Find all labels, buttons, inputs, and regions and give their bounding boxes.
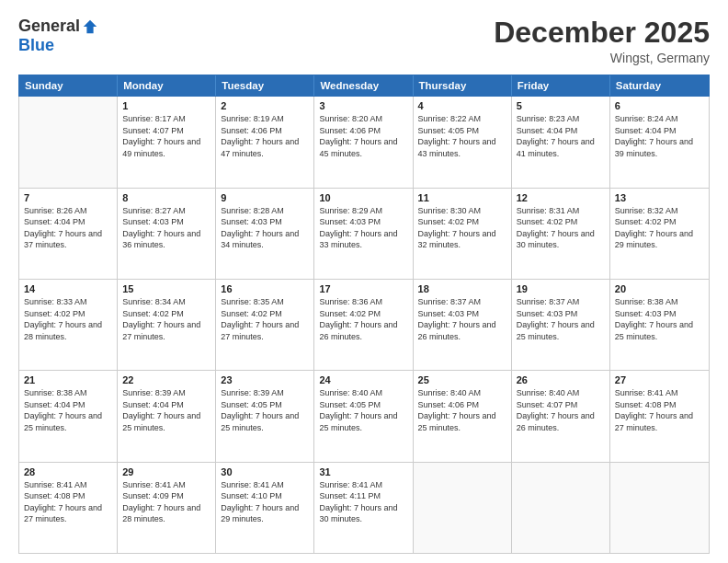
calendar-cell: 6Sunrise: 8:24 AM Sunset: 4:04 PM Daylig… [610, 97, 709, 187]
calendar-cell: 7Sunrise: 8:26 AM Sunset: 4:04 PM Daylig… [19, 189, 118, 279]
cell-info: Sunrise: 8:41 AM Sunset: 4:08 PM Dayligh… [24, 479, 112, 525]
day-number: 29 [122, 466, 210, 477]
cell-info: Sunrise: 8:41 AM Sunset: 4:11 PM Dayligh… [319, 479, 407, 525]
calendar-body: 1Sunrise: 8:17 AM Sunset: 4:07 PM Daylig… [18, 97, 710, 554]
calendar-week-5: 28Sunrise: 8:41 AM Sunset: 4:08 PM Dayli… [19, 463, 709, 553]
calendar-cell: 29Sunrise: 8:41 AM Sunset: 4:09 PM Dayli… [118, 463, 216, 553]
svg-marker-0 [84, 19, 97, 32]
calendar-cell: 10Sunrise: 8:29 AM Sunset: 4:03 PM Dayli… [314, 189, 413, 279]
logo-icon [82, 18, 98, 35]
day-number: 24 [319, 374, 407, 385]
calendar-cell: 8Sunrise: 8:27 AM Sunset: 4:03 PM Daylig… [118, 189, 216, 279]
cell-info: Sunrise: 8:37 AM Sunset: 4:03 PM Dayligh… [517, 296, 605, 342]
cell-info: Sunrise: 8:22 AM Sunset: 4:05 PM Dayligh… [418, 113, 506, 159]
day-number: 23 [221, 374, 309, 385]
cell-info: Sunrise: 8:23 AM Sunset: 4:04 PM Dayligh… [517, 113, 605, 159]
day-number: 14 [24, 283, 112, 294]
calendar-cell: 5Sunrise: 8:23 AM Sunset: 4:04 PM Daylig… [512, 97, 610, 187]
calendar-week-3: 14Sunrise: 8:33 AM Sunset: 4:02 PM Dayli… [19, 280, 709, 371]
cell-info: Sunrise: 8:30 AM Sunset: 4:02 PM Dayligh… [418, 205, 506, 251]
calendar-cell: 28Sunrise: 8:41 AM Sunset: 4:08 PM Dayli… [19, 463, 118, 553]
calendar-cell: 3Sunrise: 8:20 AM Sunset: 4:06 PM Daylig… [314, 97, 413, 187]
calendar-cell: 18Sunrise: 8:37 AM Sunset: 4:03 PM Dayli… [414, 280, 512, 370]
day-number: 9 [221, 192, 309, 203]
day-number: 13 [615, 192, 704, 203]
day-number: 16 [221, 283, 309, 294]
cell-info: Sunrise: 8:39 AM Sunset: 4:04 PM Dayligh… [122, 387, 210, 433]
calendar-cell: 23Sunrise: 8:39 AM Sunset: 4:05 PM Dayli… [216, 371, 314, 461]
calendar-cell: 2Sunrise: 8:19 AM Sunset: 4:06 PM Daylig… [216, 97, 314, 187]
day-number: 21 [24, 374, 112, 385]
cell-info: Sunrise: 8:40 AM Sunset: 4:05 PM Dayligh… [319, 387, 407, 433]
cell-info: Sunrise: 8:27 AM Sunset: 4:03 PM Dayligh… [122, 205, 210, 251]
day-number: 11 [418, 192, 506, 203]
calendar-cell: 15Sunrise: 8:34 AM Sunset: 4:02 PM Dayli… [118, 280, 216, 370]
day-number: 27 [615, 374, 704, 385]
day-number: 10 [319, 192, 407, 203]
day-number: 6 [615, 100, 704, 111]
cell-info: Sunrise: 8:34 AM Sunset: 4:02 PM Dayligh… [122, 296, 210, 342]
day-number: 2 [221, 100, 309, 111]
day-number: 19 [517, 283, 605, 294]
cell-info: Sunrise: 8:39 AM Sunset: 4:05 PM Dayligh… [221, 387, 309, 433]
title-area: December 2025 Wingst, Germany [494, 17, 710, 65]
day-number: 1 [122, 100, 210, 111]
calendar-cell [19, 97, 118, 187]
calendar-cell [414, 463, 512, 553]
day-number: 8 [122, 192, 210, 203]
cell-info: Sunrise: 8:20 AM Sunset: 4:06 PM Dayligh… [319, 113, 407, 159]
cell-info: Sunrise: 8:38 AM Sunset: 4:03 PM Dayligh… [615, 296, 704, 342]
day-number: 17 [319, 283, 407, 294]
calendar-cell: 26Sunrise: 8:40 AM Sunset: 4:07 PM Dayli… [512, 371, 610, 461]
cell-info: Sunrise: 8:40 AM Sunset: 4:06 PM Dayligh… [418, 387, 506, 433]
logo: General Blue [18, 17, 98, 55]
cell-info: Sunrise: 8:17 AM Sunset: 4:07 PM Dayligh… [122, 113, 210, 159]
cell-info: Sunrise: 8:32 AM Sunset: 4:02 PM Dayligh… [615, 205, 704, 251]
day-number: 20 [615, 283, 704, 294]
calendar-week-1: 1Sunrise: 8:17 AM Sunset: 4:07 PM Daylig… [19, 97, 709, 188]
cell-info: Sunrise: 8:33 AM Sunset: 4:02 PM Dayligh… [24, 296, 112, 342]
calendar-cell: 31Sunrise: 8:41 AM Sunset: 4:11 PM Dayli… [314, 463, 413, 553]
page: General Blue December 2025 Wingst, Germa… [0, 0, 728, 563]
day-header-wednesday: Wednesday [314, 75, 413, 96]
location-title: Wingst, Germany [494, 51, 710, 65]
cell-info: Sunrise: 8:37 AM Sunset: 4:03 PM Dayligh… [418, 296, 506, 342]
day-header-saturday: Saturday [610, 75, 709, 96]
calendar-cell: 14Sunrise: 8:33 AM Sunset: 4:02 PM Dayli… [19, 280, 118, 370]
cell-info: Sunrise: 8:38 AM Sunset: 4:04 PM Dayligh… [24, 387, 112, 433]
day-number: 18 [418, 283, 506, 294]
calendar-week-4: 21Sunrise: 8:38 AM Sunset: 4:04 PM Dayli… [19, 371, 709, 462]
cell-info: Sunrise: 8:40 AM Sunset: 4:07 PM Dayligh… [517, 387, 605, 433]
calendar-cell [610, 463, 709, 553]
calendar-cell: 27Sunrise: 8:41 AM Sunset: 4:08 PM Dayli… [610, 371, 709, 461]
calendar-cell: 21Sunrise: 8:38 AM Sunset: 4:04 PM Dayli… [19, 371, 118, 461]
day-number: 26 [517, 374, 605, 385]
logo-general: General [18, 17, 80, 36]
day-number: 31 [319, 466, 407, 477]
calendar-cell: 1Sunrise: 8:17 AM Sunset: 4:07 PM Daylig… [118, 97, 216, 187]
day-number: 28 [24, 466, 112, 477]
calendar-week-2: 7Sunrise: 8:26 AM Sunset: 4:04 PM Daylig… [19, 189, 709, 280]
cell-info: Sunrise: 8:41 AM Sunset: 4:10 PM Dayligh… [221, 479, 309, 525]
day-number: 4 [418, 100, 506, 111]
cell-info: Sunrise: 8:35 AM Sunset: 4:02 PM Dayligh… [221, 296, 309, 342]
day-number: 7 [24, 192, 112, 203]
calendar-cell: 13Sunrise: 8:32 AM Sunset: 4:02 PM Dayli… [610, 189, 709, 279]
day-number: 22 [122, 374, 210, 385]
day-header-tuesday: Tuesday [216, 75, 314, 96]
calendar-cell: 12Sunrise: 8:31 AM Sunset: 4:02 PM Dayli… [512, 189, 610, 279]
calendar: SundayMondayTuesdayWednesdayThursdayFrid… [18, 75, 710, 554]
calendar-cell: 22Sunrise: 8:39 AM Sunset: 4:04 PM Dayli… [118, 371, 216, 461]
day-number: 15 [122, 283, 210, 294]
day-number: 3 [319, 100, 407, 111]
cell-info: Sunrise: 8:41 AM Sunset: 4:08 PM Dayligh… [615, 387, 704, 433]
calendar-cell [512, 463, 610, 553]
logo-blue: Blue [18, 36, 54, 55]
day-number: 12 [517, 192, 605, 203]
calendar-cell: 9Sunrise: 8:28 AM Sunset: 4:03 PM Daylig… [216, 189, 314, 279]
calendar-cell: 30Sunrise: 8:41 AM Sunset: 4:10 PM Dayli… [216, 463, 314, 553]
day-header-thursday: Thursday [414, 75, 512, 96]
cell-info: Sunrise: 8:29 AM Sunset: 4:03 PM Dayligh… [319, 205, 407, 251]
day-number: 30 [221, 466, 309, 477]
cell-info: Sunrise: 8:26 AM Sunset: 4:04 PM Dayligh… [24, 205, 112, 251]
